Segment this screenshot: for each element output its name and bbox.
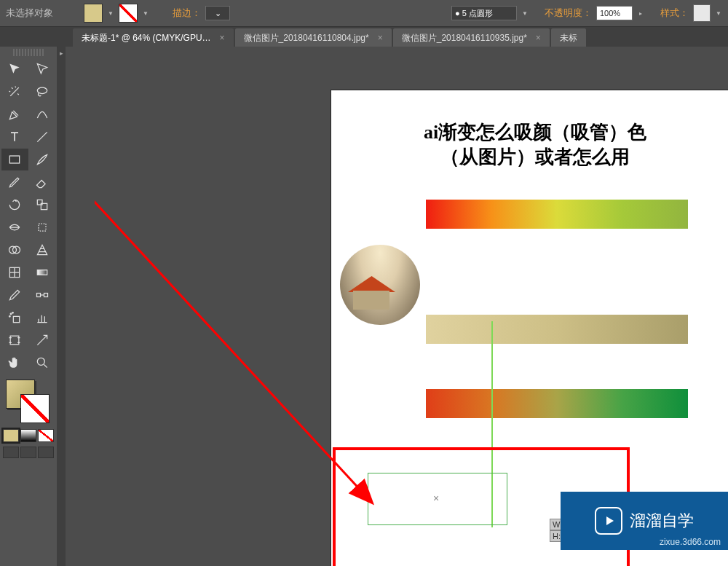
rotate-tool[interactable] (1, 194, 28, 216)
watermark-brand: 溜溜自学 (630, 510, 694, 532)
scale-tool[interactable] (29, 194, 56, 216)
zoom-tool[interactable] (29, 352, 56, 374)
stroke-weight-input[interactable]: ⌄ (205, 6, 230, 20)
opacity-dropdown[interactable]: ▸ (637, 6, 644, 20)
tools-panel (0, 47, 58, 566)
opacity-label: 不透明度： (545, 7, 592, 20)
slice-tool[interactable] (29, 329, 56, 351)
pencil-tool[interactable] (1, 171, 28, 193)
draw-inside[interactable] (38, 447, 54, 458)
eyedropper-tool[interactable] (1, 284, 28, 306)
mode-none[interactable] (38, 429, 54, 442)
screen-modes (0, 445, 57, 460)
svg-rect-1 (10, 156, 20, 163)
brush-preset[interactable]: ● 5 点圆形 (451, 6, 517, 20)
gradient-bar-1 (426, 200, 688, 229)
tab-overflow[interactable]: 未标 (551, 28, 586, 47)
fill-stroke-indicator[interactable] (3, 380, 54, 423)
svg-rect-15 (10, 336, 19, 345)
stroke-swatch[interactable] (119, 4, 138, 23)
mode-color[interactable] (3, 429, 19, 442)
curvature-tool[interactable] (29, 103, 56, 125)
tab-untitled[interactable]: 未标题-1* @ 64% (CMYK/GPU…× (73, 28, 234, 47)
svg-rect-10 (44, 294, 47, 297)
svg-point-14 (12, 313, 14, 314)
play-icon (595, 507, 622, 535)
fill-swatch-dropdown[interactable]: ▼ (107, 6, 114, 20)
watermark-url: zixue.3d66.com (660, 537, 721, 547)
draw-normal[interactable] (3, 447, 19, 458)
rectangle-tool[interactable] (1, 149, 28, 170)
center-mark: × (433, 492, 439, 504)
line-tool[interactable] (29, 126, 56, 148)
style-label: 样式： (660, 7, 689, 20)
free-transform-tool[interactable] (29, 216, 56, 238)
svg-point-16 (37, 358, 44, 365)
svg-rect-9 (36, 294, 40, 297)
selection-tool[interactable] (1, 58, 28, 80)
lasso-tool[interactable] (29, 81, 56, 103)
svg-rect-11 (14, 316, 20, 322)
close-icon[interactable]: × (378, 33, 383, 43)
stroke-label: 描边： (173, 7, 201, 20)
svg-point-0 (37, 87, 47, 93)
perspective-tool[interactable] (29, 239, 56, 261)
stroke-color[interactable] (20, 394, 50, 423)
mesh-tool[interactable] (1, 262, 28, 283)
shape-builder-tool[interactable] (1, 239, 28, 261)
svg-rect-4 (39, 224, 46, 231)
tools-grip[interactable] (13, 49, 44, 56)
style-dropdown[interactable]: ▼ (715, 6, 722, 20)
stroke-swatch-dropdown[interactable]: ▼ (142, 6, 149, 20)
gradient-bar-2 (426, 315, 688, 344)
gradient-bar-3 (426, 389, 688, 418)
options-bar: 未选择对象 ▼ ▼ 描边： ⌄ ● 5 点圆形 ▼ 不透明度： 100% ▸ 样… (0, 0, 728, 27)
symbol-spray-tool[interactable] (1, 307, 28, 329)
hand-tool[interactable] (1, 352, 28, 374)
artboard-tool[interactable] (1, 329, 28, 351)
temple-icon (344, 276, 399, 311)
document-tab-bar: 未标题-1* @ 64% (CMYK/GPU…× 微信图片_2018041611… (0, 27, 728, 48)
width-tool[interactable] (1, 216, 28, 238)
gradient-tool[interactable] (29, 262, 56, 283)
opacity-input[interactable]: 100% (596, 6, 633, 20)
style-swatch[interactable] (693, 4, 711, 22)
color-modes (0, 426, 57, 445)
blend-tool[interactable] (29, 284, 56, 306)
magic-wand-tool[interactable] (1, 81, 28, 103)
canvas[interactable]: ai渐变怎么吸颜（吸管）色 （从图片）或者怎么用 × W: 77 H: 27 (66, 47, 728, 566)
mode-gradient[interactable] (20, 429, 36, 442)
direct-select-tool[interactable] (29, 58, 56, 80)
draw-behind[interactable] (20, 447, 36, 458)
artwork-title-1: ai渐变怎么吸颜（吸管）色 (339, 119, 728, 145)
close-icon[interactable]: × (220, 33, 225, 43)
brush-preset-dropdown[interactable]: ▼ (521, 6, 529, 20)
eraser-tool[interactable] (29, 171, 56, 193)
svg-rect-2 (37, 200, 42, 205)
svg-point-13 (9, 316, 11, 318)
svg-point-12 (10, 313, 12, 315)
svg-line-17 (95, 170, 371, 502)
svg-rect-8 (37, 270, 47, 275)
tab-image-1[interactable]: 微信图片_20180416110804.jpg*× (235, 28, 392, 47)
brush-tool[interactable] (29, 149, 56, 170)
close-icon[interactable]: × (536, 33, 541, 43)
artwork-title-2: （从图片）或者怎么用 (339, 144, 728, 170)
fill-swatch[interactable] (84, 4, 103, 23)
no-selection-label: 未选择对象 (6, 7, 53, 20)
pen-tool[interactable] (1, 103, 28, 125)
graph-tool[interactable] (29, 307, 56, 329)
tab-image-2[interactable]: 微信图片_20180416110935.jpg*× (393, 28, 550, 47)
type-tool[interactable] (1, 126, 28, 148)
watermark: 溜溜自学 zixue.3d66.com (561, 492, 728, 550)
